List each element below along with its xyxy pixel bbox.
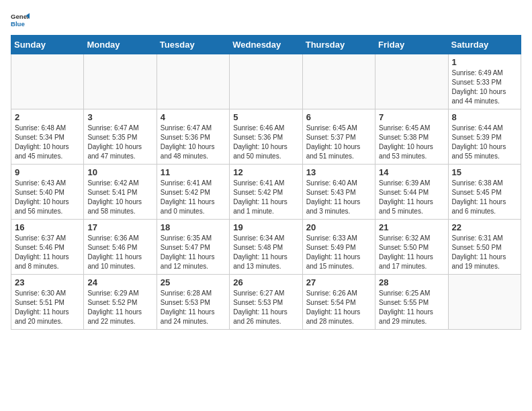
day-info: Sunrise: 6:34 AM Sunset: 5:48 PM Dayligh…	[233, 234, 298, 271]
day-info: Sunrise: 6:30 AM Sunset: 5:51 PM Dayligh…	[15, 289, 80, 326]
day-number: 25	[161, 277, 226, 287]
weekday-header-wednesday: Wednesday	[230, 36, 302, 54]
day-number: 24	[87, 277, 152, 287]
calendar-cell	[230, 54, 302, 109]
day-number: 1	[452, 57, 517, 67]
calendar-cell	[375, 54, 448, 109]
day-info: Sunrise: 6:35 AM Sunset: 5:47 PM Dayligh…	[161, 234, 226, 271]
weekday-header-friday: Friday	[375, 36, 448, 54]
weekday-header-tuesday: Tuesday	[157, 36, 229, 54]
day-info: Sunrise: 6:45 AM Sunset: 5:38 PM Dayligh…	[379, 124, 444, 161]
day-info: Sunrise: 6:25 AM Sunset: 5:55 PM Dayligh…	[379, 289, 444, 326]
calendar-cell: 22Sunrise: 6:31 AM Sunset: 5:50 PM Dayli…	[448, 220, 521, 275]
weekday-header-thursday: Thursday	[302, 36, 375, 54]
calendar-cell	[448, 275, 521, 330]
day-info: Sunrise: 6:37 AM Sunset: 5:46 PM Dayligh…	[15, 234, 80, 271]
day-info: Sunrise: 6:46 AM Sunset: 5:36 PM Dayligh…	[233, 124, 298, 161]
calendar-cell: 15Sunrise: 6:38 AM Sunset: 5:45 PM Dayli…	[448, 165, 521, 220]
day-number: 6	[306, 112, 371, 122]
svg-text:General: General	[11, 13, 30, 20]
day-number: 11	[161, 167, 226, 177]
day-info: Sunrise: 6:45 AM Sunset: 5:37 PM Dayligh…	[306, 124, 371, 161]
calendar-week-4: 16Sunrise: 6:37 AM Sunset: 5:46 PM Dayli…	[11, 220, 521, 275]
calendar-cell: 6Sunrise: 6:45 AM Sunset: 5:37 PM Daylig…	[302, 109, 375, 165]
calendar-cell: 11Sunrise: 6:41 AM Sunset: 5:42 PM Dayli…	[157, 165, 229, 220]
calendar-cell: 28Sunrise: 6:25 AM Sunset: 5:55 PM Dayli…	[375, 275, 448, 330]
day-number: 12	[233, 167, 298, 177]
day-info: Sunrise: 6:29 AM Sunset: 5:52 PM Dayligh…	[87, 289, 152, 326]
day-info: Sunrise: 6:36 AM Sunset: 5:46 PM Dayligh…	[87, 234, 152, 271]
calendar-cell: 14Sunrise: 6:39 AM Sunset: 5:44 PM Dayli…	[375, 165, 448, 220]
day-info: Sunrise: 6:41 AM Sunset: 5:42 PM Dayligh…	[233, 179, 298, 216]
calendar-cell: 9Sunrise: 6:43 AM Sunset: 5:40 PM Daylig…	[11, 165, 84, 220]
day-number: 14	[379, 167, 444, 177]
calendar-cell: 16Sunrise: 6:37 AM Sunset: 5:46 PM Dayli…	[11, 220, 84, 275]
calendar-cell: 18Sunrise: 6:35 AM Sunset: 5:47 PM Dayli…	[157, 220, 229, 275]
weekday-header-monday: Monday	[84, 36, 157, 54]
calendar-cell: 17Sunrise: 6:36 AM Sunset: 5:46 PM Dayli…	[84, 220, 157, 275]
day-info: Sunrise: 6:39 AM Sunset: 5:44 PM Dayligh…	[379, 179, 444, 216]
day-number: 5	[233, 112, 298, 122]
day-info: Sunrise: 6:47 AM Sunset: 5:35 PM Dayligh…	[87, 124, 152, 161]
day-number: 13	[306, 167, 371, 177]
day-number: 9	[15, 167, 80, 177]
header: General Blue	[11, 11, 521, 30]
calendar-cell: 19Sunrise: 6:34 AM Sunset: 5:48 PM Dayli…	[230, 220, 302, 275]
day-number: 2	[15, 112, 80, 122]
calendar-week-1: 1Sunrise: 6:49 AM Sunset: 5:33 PM Daylig…	[11, 54, 521, 109]
day-number: 23	[15, 277, 80, 287]
day-info: Sunrise: 6:40 AM Sunset: 5:43 PM Dayligh…	[306, 179, 371, 216]
day-info: Sunrise: 6:28 AM Sunset: 5:53 PM Dayligh…	[161, 289, 226, 326]
day-number: 15	[452, 167, 517, 177]
calendar-cell: 23Sunrise: 6:30 AM Sunset: 5:51 PM Dayli…	[11, 275, 84, 330]
day-number: 4	[161, 112, 226, 122]
calendar-cell: 12Sunrise: 6:41 AM Sunset: 5:42 PM Dayli…	[230, 165, 302, 220]
calendar-cell	[302, 54, 375, 109]
day-info: Sunrise: 6:49 AM Sunset: 5:33 PM Dayligh…	[452, 68, 517, 106]
calendar: SundayMondayTuesdayWednesdayThursdayFrid…	[11, 35, 521, 330]
day-number: 26	[233, 277, 298, 287]
day-number: 28	[379, 277, 444, 287]
day-info: Sunrise: 6:32 AM Sunset: 5:50 PM Dayligh…	[379, 234, 444, 271]
calendar-cell: 25Sunrise: 6:28 AM Sunset: 5:53 PM Dayli…	[157, 275, 229, 330]
calendar-cell: 20Sunrise: 6:33 AM Sunset: 5:49 PM Dayli…	[302, 220, 375, 275]
day-number: 3	[87, 112, 152, 122]
logo-icon: General Blue	[11, 11, 30, 30]
calendar-cell: 24Sunrise: 6:29 AM Sunset: 5:52 PM Dayli…	[84, 275, 157, 330]
weekday-header-saturday: Saturday	[448, 36, 521, 54]
calendar-cell: 7Sunrise: 6:45 AM Sunset: 5:38 PM Daylig…	[375, 109, 448, 165]
day-number: 16	[15, 222, 80, 232]
logo: General Blue	[11, 11, 30, 30]
calendar-cell: 2Sunrise: 6:48 AM Sunset: 5:34 PM Daylig…	[11, 109, 84, 165]
day-info: Sunrise: 6:44 AM Sunset: 5:39 PM Dayligh…	[452, 124, 517, 161]
calendar-cell: 13Sunrise: 6:40 AM Sunset: 5:43 PM Dayli…	[302, 165, 375, 220]
calendar-cell: 26Sunrise: 6:27 AM Sunset: 5:53 PM Dayli…	[230, 275, 302, 330]
calendar-cell: 5Sunrise: 6:46 AM Sunset: 5:36 PM Daylig…	[230, 109, 302, 165]
day-number: 8	[452, 112, 517, 122]
day-info: Sunrise: 6:42 AM Sunset: 5:41 PM Dayligh…	[87, 179, 152, 216]
day-number: 19	[233, 222, 298, 232]
calendar-cell	[11, 54, 84, 109]
day-number: 20	[306, 222, 371, 232]
day-info: Sunrise: 6:43 AM Sunset: 5:40 PM Dayligh…	[15, 179, 80, 216]
day-info: Sunrise: 6:31 AM Sunset: 5:50 PM Dayligh…	[452, 234, 517, 271]
day-number: 22	[452, 222, 517, 232]
calendar-cell: 1Sunrise: 6:49 AM Sunset: 5:33 PM Daylig…	[448, 54, 521, 109]
day-number: 18	[161, 222, 226, 232]
calendar-cell: 3Sunrise: 6:47 AM Sunset: 5:35 PM Daylig…	[84, 109, 157, 165]
day-info: Sunrise: 6:47 AM Sunset: 5:36 PM Dayligh…	[161, 124, 226, 161]
day-info: Sunrise: 6:27 AM Sunset: 5:53 PM Dayligh…	[233, 289, 298, 326]
calendar-week-5: 23Sunrise: 6:30 AM Sunset: 5:51 PM Dayli…	[11, 275, 521, 330]
calendar-cell: 21Sunrise: 6:32 AM Sunset: 5:50 PM Dayli…	[375, 220, 448, 275]
calendar-week-3: 9Sunrise: 6:43 AM Sunset: 5:40 PM Daylig…	[11, 165, 521, 220]
calendar-week-2: 2Sunrise: 6:48 AM Sunset: 5:34 PM Daylig…	[11, 109, 521, 165]
calendar-cell: 27Sunrise: 6:26 AM Sunset: 5:54 PM Dayli…	[302, 275, 375, 330]
day-info: Sunrise: 6:33 AM Sunset: 5:49 PM Dayligh…	[306, 234, 371, 271]
weekday-header-sunday: Sunday	[11, 36, 84, 54]
calendar-cell: 10Sunrise: 6:42 AM Sunset: 5:41 PM Dayli…	[84, 165, 157, 220]
svg-text:Blue: Blue	[11, 20, 25, 28]
day-number: 27	[306, 277, 371, 287]
day-info: Sunrise: 6:26 AM Sunset: 5:54 PM Dayligh…	[306, 289, 371, 326]
day-number: 10	[87, 167, 152, 177]
day-number: 17	[87, 222, 152, 232]
